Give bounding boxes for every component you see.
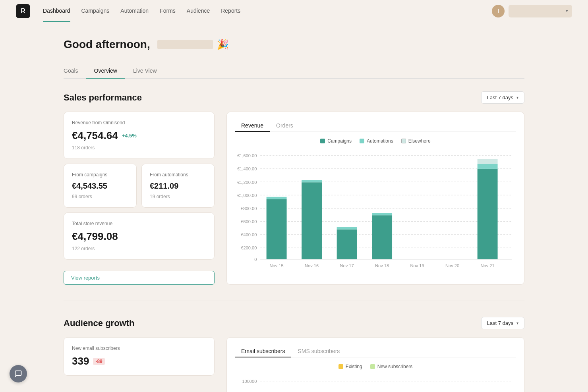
svg-rect-18: [267, 199, 287, 259]
svg-rect-24: [337, 230, 357, 259]
legend-automations-dot: [360, 139, 364, 143]
svg-rect-33: [478, 164, 498, 169]
svg-rect-27: [372, 215, 392, 259]
revenue-omnisend-badge: +4.5%: [122, 133, 137, 139]
svg-text:€1,200.00: €1,200.00: [237, 180, 257, 185]
greeting-text: Good afternoon,: [64, 38, 150, 51]
tab-live-view[interactable]: Live View: [125, 64, 165, 79]
automations-label: From automations: [150, 172, 206, 178]
revenue-omnisend-value-row: €4,754.64 +4.5%: [72, 129, 206, 142]
svg-rect-28: [372, 213, 392, 216]
audience-chart-legend: Existing New subscribers: [235, 364, 516, 369]
svg-text:100000: 100000: [242, 379, 257, 384]
legend-campaigns: Campaigns: [320, 138, 352, 144]
automations-orders: 19 orders: [150, 194, 206, 199]
chart-tab-email-subscribers[interactable]: Email subscribers: [235, 346, 291, 357]
svg-text:€1,400.00: €1,400.00: [237, 166, 257, 171]
svg-text:Nov 17: Nov 17: [340, 263, 354, 268]
nav-items: Dashboard Campaigns Automation Forms Aud…: [43, 0, 492, 22]
audience-chart-area: Email subscribers SMS subscribers Existi…: [226, 337, 524, 392]
nav-avatar[interactable]: I: [492, 5, 505, 17]
campaigns-label: From campaigns: [72, 172, 128, 178]
campaigns-orders: 99 orders: [72, 194, 128, 199]
svg-text:€1,600.00: €1,600.00: [237, 153, 257, 158]
svg-text:Nov 18: Nov 18: [375, 263, 389, 268]
chart-tab-orders[interactable]: Orders: [270, 120, 300, 132]
greeting-emoji: 🎉: [217, 39, 229, 50]
svg-rect-25: [337, 227, 357, 230]
sales-cards: Revenue from Omnisend €4,754.64 +4.5% 11…: [64, 112, 215, 285]
legend-new-subscribers-dot: [370, 364, 375, 369]
audience-bar-chart: 100000: [235, 374, 516, 392]
nav-reports[interactable]: Reports: [221, 0, 240, 22]
greeting: Good afternoon, 🎉: [64, 38, 524, 51]
legend-new-subscribers: New subscribers: [370, 364, 413, 369]
audience-date-dropdown[interactable]: Last 7 days ▾: [481, 317, 525, 329]
automations-card: From automations €211.09 19 orders: [141, 164, 215, 208]
legend-elsewhere-dot: [401, 139, 406, 143]
total-revenue-label: Total store revenue: [72, 221, 206, 226]
revenue-omnisend-card: Revenue from Omnisend €4,754.64 +4.5% 11…: [64, 112, 215, 159]
revenue-bar-chart: €1,600.00 €1,400.00 €1,200.00 €1,000.00 …: [235, 149, 516, 272]
total-revenue-card: Total store revenue €4,799.08 122 orders: [64, 212, 215, 260]
total-revenue-orders: 122 orders: [72, 246, 206, 251]
chart-tab-revenue[interactable]: Revenue: [235, 120, 270, 132]
audience-chart-tabs: Email subscribers SMS subscribers: [235, 346, 516, 357]
sales-section-title: Sales performance: [64, 93, 142, 103]
campaigns-value: €4,543.55: [72, 182, 128, 191]
svg-rect-32: [478, 169, 498, 259]
nav-dashboard[interactable]: Dashboard: [43, 0, 70, 22]
audience-cards: New email subscribers 339 -89: [64, 337, 215, 392]
chart-legend: Campaigns Automations Elsewhere: [235, 138, 516, 144]
nav-automation[interactable]: Automation: [120, 0, 149, 22]
sales-date-dropdown[interactable]: Last 7 days ▾: [481, 91, 525, 104]
chevron-down-icon: ▾: [516, 321, 518, 325]
legend-campaigns-dot: [320, 139, 325, 143]
org-selector[interactable]: [509, 5, 572, 17]
total-revenue-value: €4,799.08: [72, 230, 206, 243]
sales-performance-section: Sales performance Last 7 days ▾ Revenue …: [64, 91, 524, 285]
new-email-value-row: 339 -89: [72, 355, 206, 367]
campaigns-card: From campaigns €4,543.55 99 orders: [64, 164, 137, 208]
svg-text:Nov 16: Nov 16: [305, 263, 319, 268]
navigation: R Dashboard Campaigns Automation Forms A…: [0, 0, 588, 22]
svg-text:€1,000.00: €1,000.00: [237, 193, 257, 198]
revenue-omnisend-label: Revenue from Omnisend: [72, 120, 206, 126]
chat-bubble[interactable]: [10, 365, 27, 382]
svg-text:Nov 19: Nov 19: [410, 263, 424, 268]
svg-text:€200.00: €200.00: [241, 245, 257, 250]
main-content: Good afternoon, 🎉 Goals Overview Live Vi…: [40, 22, 548, 392]
svg-text:Nov 20: Nov 20: [445, 263, 459, 268]
chat-icon: [14, 370, 22, 378]
svg-text:0: 0: [254, 257, 257, 262]
audience-growth-section: Audience growth Last 7 days ▾ New email …: [64, 317, 524, 392]
chevron-down-icon: ▾: [566, 8, 568, 14]
svg-text:€600.00: €600.00: [241, 219, 257, 224]
nav-campaigns[interactable]: Campaigns: [81, 0, 110, 22]
legend-automations: Automations: [360, 138, 393, 144]
chevron-down-icon: ▾: [516, 95, 518, 100]
legend-elsewhere: Elsewhere: [401, 138, 431, 144]
section-divider: [64, 301, 524, 301]
nav-forms[interactable]: Forms: [160, 0, 176, 22]
new-email-subscribers-card: New email subscribers 339 -89: [64, 337, 215, 376]
nav-audience[interactable]: Audience: [187, 0, 210, 22]
legend-existing-dot: [338, 364, 343, 369]
svg-text:€800.00: €800.00: [241, 206, 257, 211]
chart-tab-sms-subscribers[interactable]: SMS subscribers: [291, 346, 346, 357]
svg-text:Nov 15: Nov 15: [270, 263, 284, 268]
svg-text:€400.00: €400.00: [241, 232, 257, 237]
revenue-omnisend-orders: 118 orders: [72, 145, 206, 151]
nav-right: I ▾: [492, 5, 572, 17]
logo[interactable]: R: [16, 4, 30, 18]
campaigns-automations-row: From campaigns €4,543.55 99 orders From …: [64, 164, 215, 208]
new-email-label: New email subscribers: [72, 346, 206, 351]
page-tabs: Goals Overview Live View: [64, 64, 524, 79]
view-reports-button[interactable]: View reports: [64, 271, 215, 285]
svg-rect-19: [267, 197, 287, 199]
svg-rect-21: [302, 182, 322, 259]
tab-overview[interactable]: Overview: [86, 64, 125, 79]
new-email-badge: -89: [93, 358, 104, 365]
new-email-count: 339: [72, 355, 89, 367]
tab-goals[interactable]: Goals: [64, 64, 86, 79]
